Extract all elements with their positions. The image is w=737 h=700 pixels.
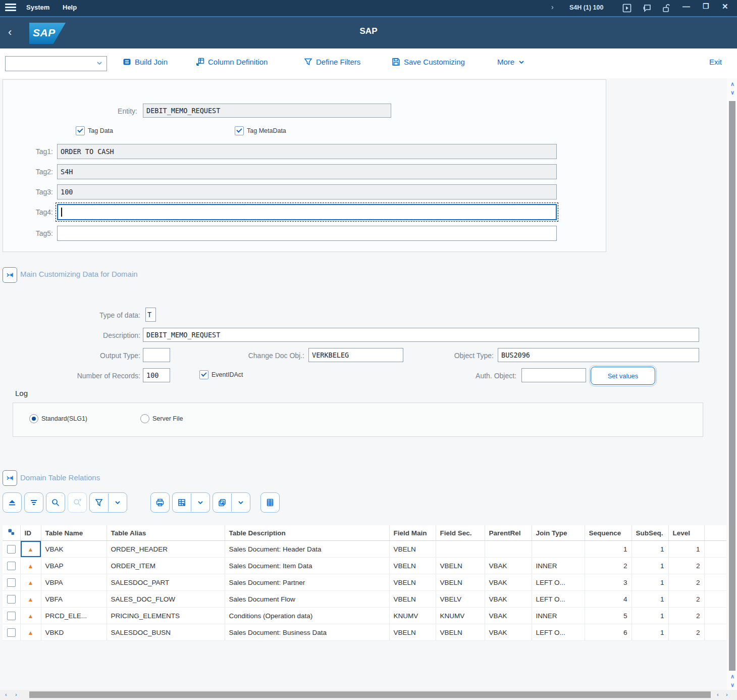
warning-triangle-icon: ▲ <box>28 596 34 603</box>
log-groupbox <box>13 403 703 437</box>
table-row[interactable]: ▲ VBKD SALESDOC_BUSN Sales Document: Bus… <box>3 624 726 641</box>
tag1-field[interactable]: ORDER TO CASH <box>57 144 557 159</box>
col-header-field-sec[interactable]: Field Sec. <box>436 525 485 541</box>
define-filters-button[interactable]: Define Filters <box>304 58 360 66</box>
unlock-icon[interactable] <box>661 3 671 13</box>
hamburger-menu-icon[interactable] <box>5 4 16 12</box>
table-row[interactable]: ▲ VBAP ORDER_ITEM Sales Document: Item D… <box>3 558 726 574</box>
close-button[interactable]: ✕ <box>722 2 728 11</box>
menu-system[interactable]: System <box>26 4 49 11</box>
scroll-left-icon[interactable]: ‹ <box>5 691 7 697</box>
log-server-file-radio[interactable] <box>140 414 149 423</box>
col-header-sequence[interactable]: Sequence <box>585 525 631 541</box>
auth-object-field[interactable] <box>521 368 586 382</box>
row-status-cell[interactable]: ▲ <box>20 608 41 624</box>
scroll-right-icon[interactable]: › <box>726 691 728 697</box>
tag-data-checkbox[interactable] <box>76 126 85 135</box>
session-id: S4H (1) 100 <box>569 4 603 11</box>
number-of-records-field[interactable]: 100 <box>143 368 170 382</box>
minimize-button[interactable]: — <box>682 2 690 11</box>
session-chevron-icon[interactable]: › <box>551 3 554 11</box>
col-header-table-description[interactable]: Table Description <box>225 525 389 541</box>
row-checkbox[interactable] <box>7 562 16 570</box>
scroll-right-icon[interactable]: › <box>15 691 17 697</box>
sort-ascending-button[interactable] <box>3 492 22 513</box>
row-checkbox[interactable] <box>7 595 16 604</box>
printer-icon <box>155 498 165 507</box>
table-row[interactable]: ▲ PRCD_ELE... PRICING_ELEMENTS Condition… <box>3 608 726 624</box>
scroll-left-icon[interactable]: ‹ <box>717 691 719 697</box>
warning-triangle-icon: ▲ <box>28 629 34 636</box>
object-type-field[interactable]: BUS2096 <box>498 348 699 362</box>
col-header-table-name[interactable]: Table Name <box>41 525 107 541</box>
chevron-down-icon <box>197 499 204 506</box>
set-values-button[interactable]: Set values <box>591 367 655 385</box>
collapse-section-icon[interactable] <box>3 470 17 486</box>
sap-gui-window: System Help › S4H (1) 100 — ❐ ✕ ‹ SAP SA… <box>0 0 737 700</box>
output-type-field[interactable] <box>143 348 170 362</box>
row-checkbox[interactable] <box>7 628 16 637</box>
menu-help[interactable]: Help <box>63 4 77 11</box>
message-bubble-icon[interactable] <box>642 3 652 13</box>
col-header-subseq[interactable]: SubSeq. <box>631 525 668 541</box>
entity-field[interactable]: DEBIT_MEMO_REQUEST <box>143 104 391 118</box>
layout-combobox[interactable] <box>5 56 107 71</box>
gui-scripting-icon[interactable] <box>622 3 632 13</box>
save-customizing-button[interactable]: Save Customizing <box>392 58 465 66</box>
export-split-button[interactable] <box>172 492 210 513</box>
row-status-cell[interactable]: ▲ <box>20 624 41 641</box>
event-id-act-checkbox[interactable] <box>199 370 208 379</box>
scroll-up-icon[interactable]: ∧ <box>730 81 734 87</box>
select-all-header[interactable] <box>3 525 20 541</box>
col-header-parentrel[interactable]: ParentRel <box>485 525 532 541</box>
row-status-cell-focused[interactable]: ▲ <box>20 541 41 558</box>
tag5-field[interactable] <box>57 226 557 241</box>
log-title: Log <box>15 389 28 397</box>
col-header-field-main[interactable]: Field Main <box>389 525 436 541</box>
type-of-data-field[interactable]: T <box>145 308 156 322</box>
row-status-cell[interactable]: ▲ <box>20 574 41 591</box>
scroll-up-icon[interactable]: ∧ <box>730 673 734 680</box>
find-next-button <box>68 492 87 513</box>
views-split-button[interactable] <box>213 492 250 513</box>
number-of-records-label: Number of Records: <box>39 372 140 380</box>
col-header-level[interactable]: Level <box>668 525 704 541</box>
col-header-join-type[interactable]: Join Type <box>532 525 585 541</box>
row-checkbox[interactable] <box>7 612 16 620</box>
log-standard-radio[interactable] <box>29 414 38 423</box>
build-join-button[interactable]: Build Join <box>123 58 168 66</box>
log-standard-label: Standard(SLG1) <box>41 415 87 422</box>
table-row[interactable]: ▲ VBFA SALES_DOC_FLOW Sales Document Flo… <box>3 591 726 608</box>
object-type-label: Object Type: <box>393 352 494 360</box>
tag3-field[interactable]: 100 <box>57 184 557 199</box>
vertical-scrollbar-thumb[interactable] <box>729 101 735 671</box>
tag4-field-focused[interactable] <box>57 204 557 220</box>
collapse-section-icon[interactable] <box>3 267 17 283</box>
row-checkbox[interactable] <box>7 545 16 554</box>
change-doc-obj-field[interactable]: VERKBELEG <box>308 348 403 362</box>
tag2-field[interactable]: S4H <box>57 164 557 179</box>
column-definition-button[interactable]: Column Definition <box>196 58 268 66</box>
table-row[interactable]: ▲ VBPA SALESDOC_PART Sales Document: Par… <box>3 574 726 591</box>
row-status-cell[interactable]: ▲ <box>20 558 41 574</box>
scroll-down-icon[interactable]: ∨ <box>730 89 734 96</box>
sort-descending-button[interactable] <box>24 492 43 513</box>
col-header-id[interactable]: ID <box>20 525 41 541</box>
table-settings-button[interactable] <box>260 492 280 513</box>
row-checkbox[interactable] <box>7 578 16 587</box>
print-button[interactable] <box>150 492 170 513</box>
exit-button[interactable]: Exit <box>709 58 722 66</box>
filter-split-button[interactable] <box>89 492 127 513</box>
description-field[interactable]: DEBIT_MEMO_REQUEST <box>143 328 699 342</box>
col-header-table-alias[interactable]: Table Alias <box>107 525 225 541</box>
horizontal-scrollbar-thumb[interactable] <box>29 691 711 698</box>
row-status-cell[interactable]: ▲ <box>20 591 41 608</box>
maximize-button[interactable]: ❐ <box>703 2 709 10</box>
search-icon <box>51 498 60 507</box>
tag-metadata-checkbox[interactable] <box>235 126 244 135</box>
more-button[interactable]: More <box>497 58 525 66</box>
scroll-down-icon[interactable]: ∨ <box>730 682 734 688</box>
chevron-down-icon <box>96 60 103 69</box>
table-row[interactable]: ▲ VBAK ORDER_HEADER Sales Document: Head… <box>3 541 726 558</box>
find-button[interactable] <box>46 492 65 513</box>
